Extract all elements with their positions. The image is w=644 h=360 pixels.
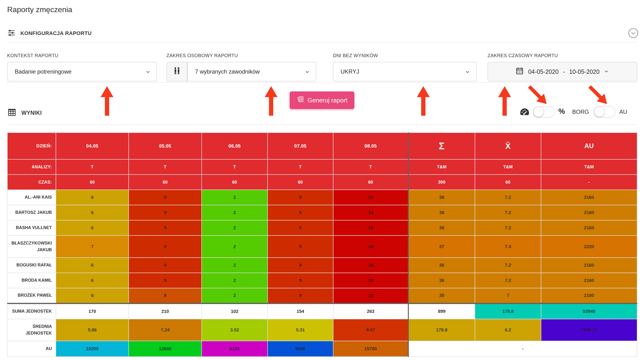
results-table-container: DZIEŃ:04.0505.0506.0507.0508.05ΣX̄AUANAL… bbox=[7, 132, 637, 357]
czas-cell: 60 bbox=[475, 174, 541, 190]
analizy-row-label: ANALIZY: bbox=[7, 159, 56, 174]
toggle-knob bbox=[534, 107, 544, 117]
value-cell: 12600 bbox=[129, 341, 202, 357]
column-header-day: 05.05 bbox=[129, 133, 202, 159]
value-cell: 2 bbox=[202, 258, 268, 273]
value-cell: 2160 bbox=[541, 273, 637, 288]
value-cell: 2 bbox=[202, 236, 268, 258]
analizy-cell: T bbox=[56, 159, 129, 174]
collapse-config-button[interactable] bbox=[628, 28, 639, 39]
column-header-day: 07.05 bbox=[268, 133, 333, 159]
czas-row-label: CZAS: bbox=[7, 174, 56, 190]
athlete-name: AL.-ANI KAIS bbox=[7, 190, 56, 205]
value-cell: - bbox=[408, 341, 637, 357]
value-cell: 210 bbox=[129, 303, 202, 319]
field-label: DNI BEZ WYNIKÓW bbox=[333, 53, 378, 58]
column-header-au: AU bbox=[541, 133, 637, 159]
percent-label: % bbox=[558, 107, 565, 116]
value-cell: 899 bbox=[408, 303, 475, 319]
summary-row-label: AU bbox=[7, 341, 56, 357]
analizy-cell: T&M bbox=[541, 159, 637, 174]
borg-label: BORG bbox=[572, 109, 589, 115]
chevron-down-icon bbox=[145, 69, 151, 75]
value-cell: 36 bbox=[408, 258, 475, 273]
value-cell: 35 bbox=[408, 288, 475, 303]
fatigue-reports-page: Raporty zmęczenia KONFIGURACJA RAPORTU K… bbox=[0, 0, 644, 360]
au-label: AU bbox=[619, 109, 627, 115]
value-cell: 9 bbox=[268, 205, 333, 220]
date-separator: - bbox=[563, 68, 565, 75]
value-cell: 9 bbox=[129, 273, 202, 288]
value-cell: 5.31 bbox=[268, 319, 333, 341]
czas-cell: 60 bbox=[333, 174, 408, 190]
value-cell: 3.52 bbox=[202, 319, 268, 341]
value-cell: 10 bbox=[333, 205, 408, 220]
value-cell: 2160 bbox=[541, 205, 637, 220]
zakres-osobowy-select[interactable]: 7 wybranych zawodników bbox=[188, 62, 316, 81]
field-label: ZAKRES OSOBOWY RAPORTU bbox=[166, 53, 238, 58]
value-cell: 9 bbox=[129, 236, 202, 258]
value-cell: 9 bbox=[268, 236, 333, 258]
value-cell: 37 bbox=[408, 236, 475, 258]
value-cell: 6120 bbox=[202, 341, 268, 357]
value-cell: 7.4 bbox=[475, 236, 541, 258]
chevron-down-icon bbox=[604, 69, 610, 75]
value-cell: 7.2 bbox=[475, 273, 541, 288]
value-cell: 10200 bbox=[56, 341, 129, 357]
borg-au-toggle[interactable] bbox=[594, 106, 616, 118]
value-cell: 7705.71 bbox=[541, 319, 637, 341]
kontekst-raportu-select[interactable]: Badanie potreningowe bbox=[7, 62, 157, 81]
value-cell: 9.07 bbox=[333, 319, 408, 341]
athlete-name: BOGUSKI RAFAŁ bbox=[7, 258, 56, 273]
value-cell: 9 bbox=[129, 258, 202, 273]
value-cell: 2 bbox=[202, 220, 268, 236]
value-cell: 2160 bbox=[541, 258, 637, 273]
field-zakres-czasowy: ZAKRES CZASOWY RAPORTU 04-05-2020 - 10-0… bbox=[488, 53, 558, 58]
chevron-down-icon bbox=[465, 69, 470, 75]
value-cell: 2 bbox=[202, 288, 268, 303]
value-cell: 263 bbox=[333, 303, 408, 319]
value-cell: 15780 bbox=[333, 341, 408, 357]
color-scale-percent-toggle[interactable] bbox=[533, 106, 554, 118]
value-cell: 10 bbox=[333, 236, 408, 258]
column-header-day: 06.05 bbox=[202, 133, 268, 159]
divider bbox=[7, 124, 637, 125]
date-range-picker[interactable]: 04-05-2020 - 10-05-2020 bbox=[488, 62, 637, 81]
table-grid-icon bbox=[7, 108, 17, 118]
value-cell: 5.86 bbox=[56, 319, 129, 341]
value-cell: 7 bbox=[56, 236, 129, 258]
athletes-icon-box bbox=[166, 62, 188, 81]
field-label: KONTEKST RAPORTU bbox=[7, 53, 58, 58]
value-cell: 7.2 bbox=[475, 220, 541, 236]
results-table: DZIEŃ:04.0505.0506.0507.0508.05ΣX̄AUANAL… bbox=[7, 132, 637, 357]
value-cell: 2 bbox=[202, 273, 268, 288]
chevron-down-circle-icon bbox=[628, 35, 639, 39]
divider bbox=[7, 42, 637, 42]
column-header-day: 04.05 bbox=[56, 133, 129, 159]
value-cell: 6 bbox=[56, 205, 129, 220]
czas-cell: 60 bbox=[202, 174, 268, 190]
value-cell: 2 bbox=[202, 205, 268, 220]
analizy-cell: T&M bbox=[475, 159, 541, 174]
value-cell: 7.2 bbox=[475, 258, 541, 273]
page-title: Raporty zmęczenia bbox=[7, 5, 72, 14]
dni-bez-wynikow-select[interactable]: UKRYJ bbox=[333, 62, 476, 81]
value-cell: 9 bbox=[268, 258, 333, 273]
chevron-down-icon bbox=[304, 69, 310, 75]
value-cell: 2 bbox=[202, 190, 268, 205]
czas-cell: - bbox=[541, 174, 637, 190]
athlete-name: BRODA KAMIL bbox=[7, 273, 56, 288]
date-to: 10-05-2020 bbox=[569, 68, 600, 75]
value-cell: 170 bbox=[56, 303, 129, 319]
value-cell: 2220 bbox=[541, 236, 637, 258]
value-cell: 6 bbox=[56, 190, 129, 205]
value-cell: 9 bbox=[129, 190, 202, 205]
generate-report-button[interactable]: Generuj raport bbox=[290, 91, 354, 109]
value-cell: 6 bbox=[56, 288, 129, 303]
value-cell: 7.24 bbox=[129, 319, 202, 341]
value-cell: 10 bbox=[333, 220, 408, 236]
czas-cell: 60 bbox=[268, 174, 333, 190]
value-cell: 6 bbox=[56, 273, 129, 288]
analizy-cell: T bbox=[202, 159, 268, 174]
value-cell: 36 bbox=[408, 273, 475, 288]
